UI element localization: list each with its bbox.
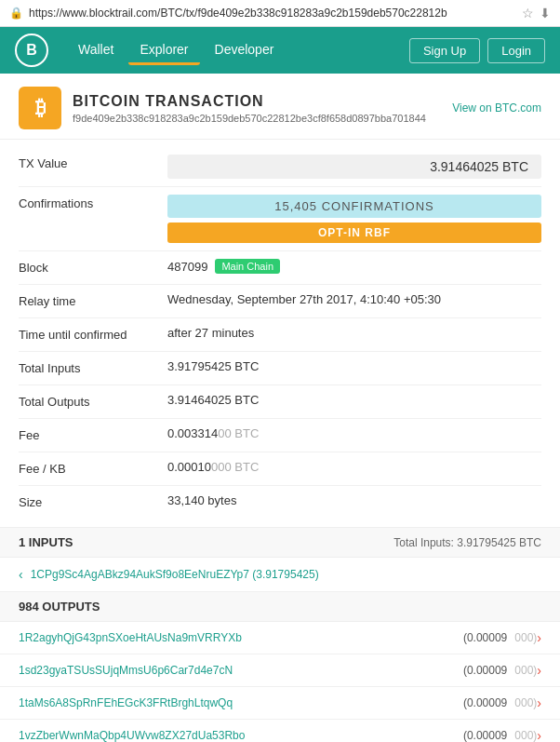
- star-icon[interactable]: ☆: [522, 6, 534, 20]
- tx-header-left: ₿ BITCOIN TRANSACTION f9de409e2b338c9182…: [19, 87, 426, 129]
- tx-value-box: 3.91464025 BTC: [167, 155, 541, 179]
- navbar: B Wallet Explorer Developer Sign Up Logi…: [0, 27, 560, 74]
- tx-value-row: TX Value 3.91464025 BTC: [19, 147, 541, 187]
- total-inputs-summary: Total Inputs: 3.91795425 BTC: [393, 536, 541, 549]
- list-item: 1R2agyhQjG43pnSXoeHtAUsNa9mVRRYXb (0.000…: [0, 622, 560, 654]
- inputs-section-header: 1 INPUTS Total Inputs: 3.91795425 BTC: [0, 527, 560, 558]
- fee-row: Fee 0.00331400 BTC: [19, 419, 541, 452]
- block-value: 487099 Main Chain: [167, 259, 541, 274]
- total-inputs-row: Total Inputs 3.91795425 BTC: [19, 352, 541, 385]
- output-amount: (0.00009: [463, 696, 507, 709]
- output-amount-dim: 000): [514, 696, 537, 709]
- size-row: Size 33,140 bytes: [19, 486, 541, 519]
- fee-kb-dim: 000 BTC: [211, 460, 259, 474]
- outputs-list: 1R2agyhQjG43pnSXoeHtAUsNa9mVRRYXb (0.000…: [0, 622, 560, 742]
- signup-button[interactable]: Sign Up: [409, 38, 480, 63]
- input-item: ‹ 1CPg9Sc4AgABkz94AukSf9o8EeNruEZYp7 (3.…: [0, 558, 560, 592]
- input-address[interactable]: 1CPg9Sc4AgABkz94AukSf9o8EeNruEZYp7 (3.91…: [31, 568, 319, 581]
- time-confirmed-row: Time until confirmed after 27 minutes: [19, 318, 541, 352]
- fee-kb-label: Fee / KB: [19, 460, 167, 476]
- confirmations-box: 15,405 CONFIRMATIONS: [167, 195, 541, 218]
- nav-developer[interactable]: Developer: [204, 36, 286, 65]
- fee-label: Fee: [19, 426, 167, 442]
- tx-title: BITCOIN TRANSACTION: [73, 93, 426, 110]
- main-chain-badge: Main Chain: [215, 259, 280, 274]
- block-label: Block: [19, 259, 167, 275]
- login-button[interactable]: Login: [487, 38, 545, 63]
- tx-title-block: BITCOIN TRANSACTION f9de409e2b338c918283…: [73, 93, 426, 124]
- fee-kb-amount: 0.00010: [167, 460, 211, 474]
- output-amount: (0.00009: [463, 664, 507, 677]
- size-value: 33,140 bytes: [167, 493, 541, 507]
- relay-time-row: Relay time Wednesday, September 27th 201…: [19, 285, 541, 318]
- fee-kb-row: Fee / KB 0.00010000 BTC: [19, 452, 541, 486]
- main-content: ₿ BITCOIN TRANSACTION f9de409e2b338c9182…: [0, 74, 560, 742]
- confirmations-value: 15,405 CONFIRMATIONS OPT-IN RBF: [167, 195, 541, 243]
- block-number: 487099: [167, 260, 207, 274]
- chevron-right-icon: ›: [537, 630, 541, 645]
- chevron-left-icon: ‹: [19, 567, 23, 582]
- tx-value-label: TX Value: [19, 155, 167, 170]
- output-address[interactable]: 1taMs6A8SpRnFEhEGcK3FRtBrghLtqwQq: [19, 696, 463, 709]
- fee-value: 0.00331400 BTC: [167, 426, 541, 440]
- inputs-count: 1 INPUTS: [19, 535, 73, 549]
- url-text: https://www.blocktrail.com/BTC/tx/f9de40…: [29, 7, 516, 20]
- time-confirmed-value: after 27 minutes: [167, 326, 541, 340]
- fee-dim: 00 BTC: [218, 426, 259, 440]
- url-action-icons: ☆ ⬇: [522, 6, 551, 20]
- nav-links: Wallet Explorer Developer: [67, 36, 409, 65]
- size-label: Size: [19, 493, 167, 509]
- transaction-header: ₿ BITCOIN TRANSACTION f9de409e2b338c9182…: [0, 74, 560, 140]
- chevron-right-icon: ›: [537, 663, 541, 678]
- nav-right: Sign Up Login: [409, 38, 545, 63]
- lock-icon: 🔒: [9, 7, 23, 20]
- chevron-right-icon: ›: [537, 695, 541, 710]
- confirmations-label: Confirmations: [19, 195, 167, 210]
- download-icon[interactable]: ⬇: [540, 6, 551, 20]
- outputs-section-header: 984 OUTPUTS: [0, 592, 560, 622]
- view-on-btc-link[interactable]: View on BTC.com: [452, 101, 541, 115]
- logo: B: [15, 34, 48, 67]
- outputs-count: 984 OUTPUTS: [19, 600, 100, 614]
- nav-explorer[interactable]: Explorer: [128, 36, 199, 65]
- btc-icon: ₿: [19, 87, 61, 129]
- rbf-box: OPT-IN RBF: [167, 223, 541, 243]
- list-item: 1vzZberWwnMaQbp4UWvw8ZX27dUa53Rbo (0.000…: [0, 720, 560, 742]
- output-amount: (0.00009: [463, 631, 507, 644]
- output-amount-dim: 000): [514, 631, 537, 644]
- relay-time-label: Relay time: [19, 292, 167, 308]
- tx-hash: f9de409e2b338c918283a9c2b159deb570c22812…: [73, 113, 426, 124]
- total-outputs-row: Total Outputs 3.91464025 BTC: [19, 385, 541, 419]
- fee-kb-value: 0.00010000 BTC: [167, 460, 541, 474]
- block-row: Block 487099 Main Chain: [19, 251, 541, 285]
- output-address[interactable]: 1R2agyhQjG43pnSXoeHtAUsNa9mVRRYXb: [19, 631, 463, 644]
- output-amount-dim: 000): [514, 664, 537, 677]
- total-outputs-value: 3.91464025 BTC: [167, 393, 541, 407]
- fee-amount: 0.003314: [167, 426, 218, 440]
- nav-wallet[interactable]: Wallet: [67, 36, 125, 65]
- output-address[interactable]: 1sd23gyaTSUsSUjqMmsU6p6Car7d4e7cN: [19, 664, 463, 677]
- total-inputs-value: 3.91795425 BTC: [167, 359, 541, 373]
- chevron-right-icon: ›: [537, 728, 541, 742]
- tx-value-value: 3.91464025 BTC: [167, 155, 541, 179]
- list-item: 1taMs6A8SpRnFEhEGcK3FRtBrghLtqwQq (0.000…: [0, 687, 560, 720]
- list-item: 1sd23gyaTSUsSUjqMmsU6p6Car7d4e7cN (0.000…: [0, 654, 560, 687]
- relay-time-value: Wednesday, September 27th 2017, 4:10:40 …: [167, 292, 541, 306]
- url-bar: 🔒 https://www.blocktrail.com/BTC/tx/f9de…: [0, 0, 560, 27]
- output-address[interactable]: 1vzZberWwnMaQbp4UWvw8ZX27dUa53Rbo: [19, 729, 463, 742]
- output-amount: (0.00009: [463, 729, 507, 742]
- details-table: TX Value 3.91464025 BTC Confirmations 15…: [0, 140, 560, 527]
- time-confirmed-label: Time until confirmed: [19, 326, 167, 342]
- total-inputs-label: Total Inputs: [19, 359, 167, 375]
- output-amount-dim: 000): [514, 729, 537, 742]
- confirmations-row: Confirmations 15,405 CONFIRMATIONS OPT-I…: [19, 187, 541, 251]
- total-outputs-label: Total Outputs: [19, 393, 167, 409]
